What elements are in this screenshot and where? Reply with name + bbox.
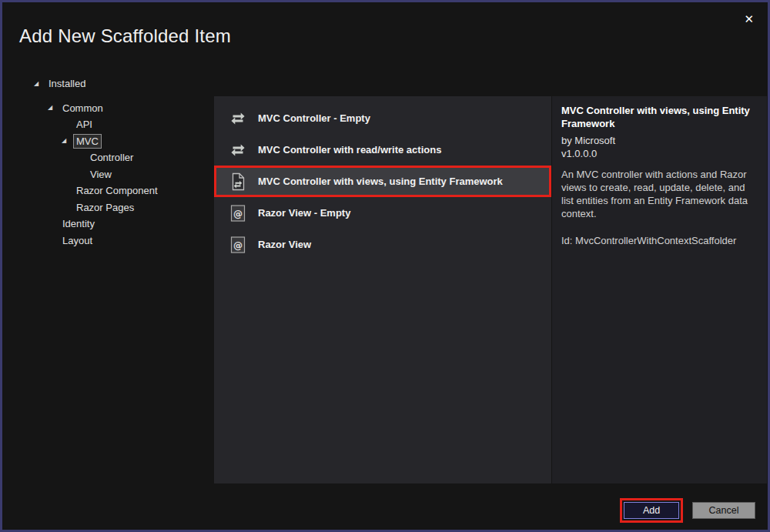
tree-item-view[interactable]: View <box>15 166 214 183</box>
details-version: v1.0.0.0 <box>561 147 756 160</box>
expander-icon[interactable]: ◢ <box>62 138 73 144</box>
tree-item-layout[interactable]: Layout <box>15 233 214 249</box>
tree-item-razor-pages[interactable]: Razor Pages <box>15 199 214 216</box>
template-item-label: Razor View <box>258 239 311 250</box>
template-item-label: MVC Controller with views, using Entity … <box>258 176 503 187</box>
tree-item-label: Layout <box>59 233 95 248</box>
mvc-controller-ef-icon <box>228 172 248 192</box>
template-item-label: MVC Controller - Empty <box>258 112 370 124</box>
details-panel: MVC Controller with views, using Entity … <box>552 96 767 483</box>
dialog-title: Add New Scaffolded Item <box>19 25 768 47</box>
tree-item-label: View <box>87 167 115 182</box>
svg-text:@: @ <box>233 208 243 219</box>
details-description: An MVC controller with actions and Razor… <box>561 168 756 220</box>
add-button-annotation: Add <box>620 498 683 523</box>
template-item-label: Razor View - Empty <box>258 207 350 219</box>
tree-item-label: MVC <box>73 134 102 149</box>
tree-item-api[interactable]: API <box>15 116 214 133</box>
tree-item-label: API <box>73 117 95 132</box>
tree-item-identity[interactable]: Identity <box>15 216 214 233</box>
tree-item-label: Identity <box>59 216 98 231</box>
expander-icon[interactable]: ◢ <box>48 105 59 111</box>
tree-item-label: Razor Component <box>73 183 161 198</box>
template-item-mvc-controller-empty[interactable]: MVC Controller - Empty <box>214 102 551 134</box>
cancel-button[interactable]: Cancel <box>692 502 755 519</box>
mvc-controller-icon <box>228 109 248 129</box>
expander-icon[interactable]: ◢ <box>34 81 45 87</box>
template-item-mvc-controller-with-read-write-actions[interactable]: MVC Controller with read/write actions <box>214 134 551 166</box>
svg-text:@: @ <box>233 239 243 250</box>
template-list: MVC Controller - EmptyMVC Controller wit… <box>214 96 551 483</box>
details-title: MVC Controller with views, using Entity … <box>561 104 756 130</box>
dialog-content: ◢Installed◢CommonAPI◢MVCControllerViewRa… <box>2 69 768 483</box>
details-id: Id: MvcControllerWithContextScaffolder <box>561 234 756 247</box>
tree-item-label: Controller <box>87 150 136 165</box>
dialog-titlebar: Add New Scaffolded Item ✕ <box>2 2 768 69</box>
tree-item-common[interactable]: ◢Common <box>15 100 214 117</box>
tree-item-razor-component[interactable]: Razor Component <box>15 182 214 199</box>
tree-item-label: Common <box>59 101 106 115</box>
tree-item-installed[interactable]: ◢Installed <box>15 75 214 92</box>
tree-item-label: Installed <box>45 76 89 91</box>
template-item-razor-view[interactable]: @Razor View <box>214 229 551 260</box>
template-item-label: MVC Controller with read/write actions <box>258 144 441 156</box>
template-item-razor-view-empty[interactable]: @Razor View - Empty <box>214 197 551 229</box>
mvc-controller-icon <box>228 140 248 160</box>
tree-item-controller[interactable]: Controller <box>15 149 214 166</box>
template-item-mvc-controller-with-views-using-entity-framework[interactable]: MVC Controller with views, using Entity … <box>214 166 551 197</box>
close-icon[interactable]: ✕ <box>741 10 757 28</box>
add-button[interactable]: Add <box>624 502 679 519</box>
category-tree: ◢Installed◢CommonAPI◢MVCControllerViewRa… <box>15 69 214 483</box>
tree-item-label: Razor Pages <box>73 200 137 215</box>
tree-item-mvc[interactable]: ◢MVC <box>15 133 214 150</box>
razor-view-icon: @ <box>228 203 248 223</box>
razor-view-icon: @ <box>228 235 248 255</box>
dialog-footer: Add Cancel <box>2 483 768 530</box>
details-author: by Microsoft <box>561 134 756 147</box>
add-scaffolded-item-dialog: Add New Scaffolded Item ✕ ◢Installed◢Com… <box>0 0 770 532</box>
